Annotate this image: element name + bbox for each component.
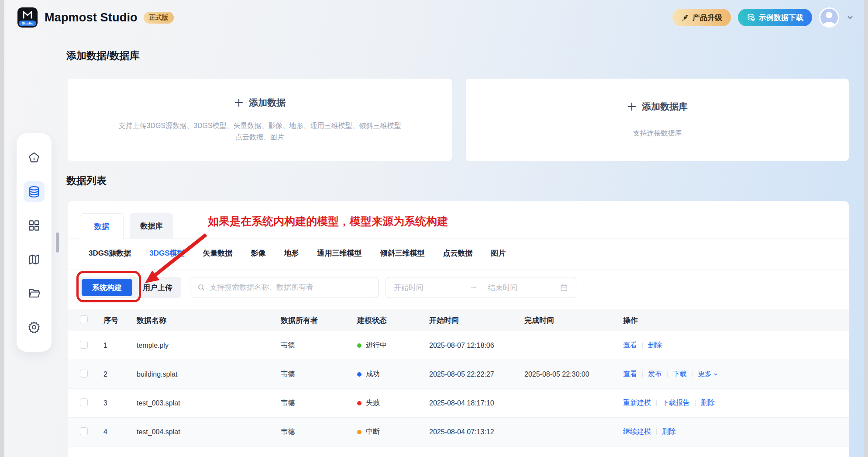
user-upload-button[interactable]: 用户上传 [134, 277, 181, 298]
sidebar-item-home[interactable] [24, 147, 45, 168]
sidebar-item-apps[interactable] [24, 215, 45, 236]
add-data-desc: 支持上传3DGS源数据、3DGS模型、矢量数据、影像、地形、通用三维模型、倾斜三… [118, 120, 401, 143]
annotation-text: 如果是在系统内构建的模型，模型来源为系统构建 [208, 214, 448, 228]
subtab-2[interactable]: 3DGS模型 [149, 248, 184, 258]
sidebar-item-settings[interactable] [24, 317, 45, 338]
table-row: 4test_004.splat韦德中断2025-08-04 07:13:12继续… [68, 418, 849, 447]
action-link-查看[interactable]: 查看 [623, 341, 637, 350]
sidebar [17, 133, 52, 352]
action-link-删除[interactable]: 删除 [648, 341, 662, 350]
start-date-placeholder[interactable]: 开始时间 [394, 283, 424, 293]
subtabs: 3DGS源数据3DGS模型矢量数据影像地形通用三维模型倾斜三维模型点云数据图片 [89, 248, 506, 258]
status-label: 失败 [366, 398, 380, 408]
action-link-查看[interactable]: 查看 [623, 370, 637, 379]
chevron-down-icon[interactable] [846, 14, 854, 21]
row-actions-cell: 查看发布下载更多 [623, 370, 849, 379]
gear-icon [28, 321, 41, 334]
subtab-8[interactable]: 点云数据 [443, 248, 473, 258]
subtab-divider [68, 270, 849, 270]
row-owner: 韦德 [281, 427, 357, 436]
search-icon [197, 284, 205, 291]
sidebar-item-files[interactable] [24, 283, 45, 304]
action-separator [642, 371, 643, 377]
row-checkbox[interactable] [80, 370, 88, 377]
status-dot-icon [357, 372, 362, 377]
tab-divider [68, 239, 849, 239]
sample-data-download-button[interactable]: 示例数据下载 [738, 9, 812, 26]
select-all-checkbox[interactable] [80, 315, 88, 323]
row-status-cell: 进行中 [357, 341, 429, 350]
action-link-下载报告[interactable]: 下载报告 [662, 398, 690, 408]
row-finish-time: 2025-08-05 22:30:00 [524, 370, 623, 378]
action-link-继续建模[interactable]: 继续建模 [623, 427, 651, 436]
add-database-label: 添加数据库 [642, 100, 688, 113]
action-link-删除[interactable]: 删除 [701, 398, 715, 408]
row-start-time: 2025-08-07 12:18:06 [429, 342, 524, 350]
subtab-3[interactable]: 矢量数据 [203, 248, 233, 258]
row-actions-cell: 查看删除 [623, 341, 849, 350]
list-section-title: 数据列表 [66, 174, 107, 187]
row-checkbox[interactable] [80, 427, 88, 435]
row-name: test_003.splat [137, 399, 281, 407]
window-edge-left [0, 0, 4, 457]
action-link-发布[interactable]: 发布 [648, 370, 662, 379]
app-title: Mapmost Studio [45, 11, 138, 24]
subtab-4[interactable]: 影像 [251, 248, 266, 258]
action-separator [642, 343, 643, 349]
row-checkbox[interactable] [80, 398, 88, 406]
row-owner: 韦德 [281, 341, 357, 350]
product-upgrade-button[interactable]: 产品升级 [672, 9, 731, 26]
date-range-picker[interactable]: 开始时间 ⇀ 结束时间 [386, 277, 576, 298]
sidebar-item-map[interactable] [24, 249, 45, 270]
action-link-下载[interactable]: 下载 [673, 370, 687, 379]
tab-data[interactable]: 数据 [80, 213, 124, 239]
action-separator [656, 400, 657, 406]
row-name: test_004.splat [137, 428, 281, 436]
plus-icon [234, 98, 244, 107]
subtab-1[interactable]: 3DGS源数据 [89, 248, 131, 258]
sidebar-scrollbar-thumb[interactable] [56, 232, 59, 253]
action-link-重新建模[interactable]: 重新建模 [623, 398, 651, 408]
col-actions: 操作 [623, 315, 849, 325]
subtab-5[interactable]: 地形 [284, 248, 299, 258]
action-separator [656, 429, 657, 435]
add-database-card[interactable]: 添加数据库 支持连接数据库 [466, 79, 849, 161]
table-header-row: 序号 数据名称 数据所有者 建模状态 开始时间 完成时间 操作 [68, 309, 849, 331]
home-icon [28, 151, 41, 164]
page: Studio Mapmost Studio 正式版 产品升级 [0, 0, 868, 457]
system-build-button[interactable]: 系统构建 [82, 279, 132, 296]
row-select-cell [80, 341, 103, 350]
end-date-placeholder[interactable]: 结束时间 [488, 283, 517, 293]
action-link-删除[interactable]: 删除 [662, 427, 676, 436]
subtab-9[interactable]: 图片 [491, 248, 506, 258]
search-box [190, 277, 379, 298]
row-owner: 韦德 [281, 370, 357, 379]
row-name: temple.ply [137, 342, 281, 350]
filter-controls: 系统构建 用户上传 开始时间 ⇀ 结束时间 [80, 277, 837, 298]
action-link-更多[interactable]: 更多 [698, 370, 718, 379]
row-name: building.splat [137, 370, 281, 378]
row-start-time: 2025-08-04 18:17:10 [429, 399, 524, 407]
row-actions-cell: 继续建模删除 [623, 427, 849, 436]
col-index: 序号 [103, 315, 137, 325]
row-checkbox[interactable] [80, 341, 88, 349]
tab-database[interactable]: 数据库 [130, 213, 173, 239]
action-separator [695, 400, 696, 406]
subtab-6[interactable]: 通用三维模型 [317, 248, 362, 258]
source-toggle: 系统构建 用户上传 [80, 277, 181, 298]
status-label: 成功 [366, 370, 380, 379]
subtab-7[interactable]: 倾斜三维模型 [380, 248, 425, 258]
folder-icon [28, 287, 41, 300]
add-data-card[interactable]: 添加数据 支持上传3DGS源数据、3DGS模型、矢量数据、影像、地形、通用三维模… [68, 79, 452, 161]
action-separator [692, 371, 692, 377]
status-dot-icon [357, 343, 362, 348]
date-range-arrow-icon: ⇀ [471, 284, 476, 292]
user-avatar[interactable] [819, 7, 839, 28]
action-separator [667, 371, 668, 377]
app-logo[interactable]: Studio [17, 7, 38, 28]
col-start: 开始时间 [429, 315, 524, 325]
search-input[interactable] [210, 283, 371, 292]
add-section-title: 添加数据/数据库 [66, 49, 139, 62]
apps-grid-icon [28, 219, 41, 232]
sidebar-item-data[interactable] [24, 181, 45, 202]
